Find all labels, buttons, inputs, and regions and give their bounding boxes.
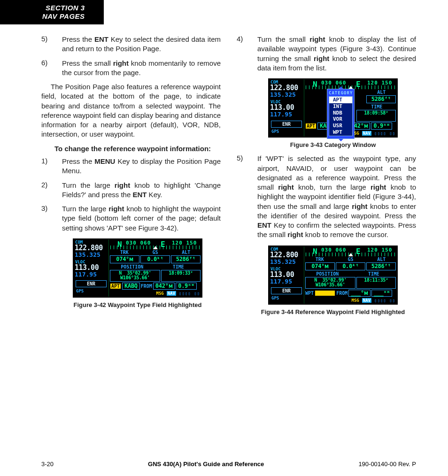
foot-bar: MSG NAV ▯▯▯▯ ▯▯ bbox=[304, 298, 397, 304]
com-active: 122.800 bbox=[74, 245, 108, 252]
label-time: TIME bbox=[356, 104, 397, 110]
compass-tape: N 030 060 E 120 150 bbox=[304, 246, 397, 257]
left-column: 5)Press the ENT Key to select the desire… bbox=[41, 35, 221, 321]
label-gs: GS bbox=[140, 250, 171, 255]
wpt-ident-field-highlighted[interactable]: _____ bbox=[315, 290, 335, 296]
position-lon: W106°35.66' bbox=[111, 276, 159, 281]
alt-value: 5286ᶠᵗ bbox=[366, 95, 396, 103]
msg-annunciator: MSG bbox=[156, 291, 164, 296]
vloc-active: 113.00 bbox=[269, 271, 304, 278]
category-option[interactable]: APT bbox=[329, 97, 352, 103]
category-popup[interactable]: CATEGORY APTINTNDBVORUSRWPT bbox=[327, 89, 355, 139]
wpt-distance: 0.9ⁿᵐ bbox=[176, 283, 197, 290]
step-item: 4)Turn the small right knob to display t… bbox=[237, 35, 416, 73]
gps-indicator: GPS bbox=[269, 129, 304, 134]
com-active: 122.800 bbox=[269, 252, 304, 259]
gps-screen-43: COM 122.800 135.325 VLOC 113.00 117.95 E… bbox=[268, 78, 398, 138]
gs-value: 0.0ᵏᵗ bbox=[336, 262, 365, 270]
category-option[interactable]: VOR bbox=[329, 116, 352, 123]
section-number: SECTION 3 bbox=[42, 4, 85, 12]
com-active: 122.800 bbox=[269, 84, 304, 92]
wpt-type-field-highlighted[interactable]: APT bbox=[110, 283, 121, 289]
position-value: N 35°02.99' W106°35.66' bbox=[305, 277, 355, 289]
nav-annunciator: NAV bbox=[362, 298, 371, 303]
gps-screen-44: COM 122.800 135.325 VLOC 113.00 117.95 E… bbox=[268, 246, 398, 305]
alt-value: 5286ᶠᵗ bbox=[366, 262, 396, 270]
category-list[interactable]: APTINTNDBVORUSRWPT bbox=[329, 96, 353, 136]
figure-3-44: COM 122.800 135.325 VLOC 113.00 117.95 E… bbox=[250, 246, 416, 315]
label-position: POSITION bbox=[304, 271, 351, 277]
step-text: Press the ENT Key to select the desired … bbox=[62, 35, 221, 54]
body-columns: 5)Press the ENT Key to select the desire… bbox=[0, 24, 448, 340]
label-time: TIME bbox=[351, 271, 397, 277]
trk-value: 074°ᴍ bbox=[110, 255, 139, 263]
category-option[interactable]: WPT bbox=[329, 129, 352, 136]
right-column: 4)Turn the small right knob to display t… bbox=[237, 35, 416, 321]
vloc-standby: 117.95 bbox=[269, 111, 304, 118]
from-label: FROM bbox=[141, 284, 152, 289]
page-group-indicator: ▯▯▯▯ ▯▯ bbox=[179, 291, 200, 296]
page-group-indicator: ▯▯▯▯ ▯▯ bbox=[374, 131, 395, 136]
wpt-ident: KABQ bbox=[122, 283, 140, 290]
wpt-distance: ___ⁿᵐ bbox=[371, 290, 393, 297]
reference-row: APT KABQ FROM 042°ᴍ 0.9ⁿᵐ bbox=[109, 283, 201, 291]
gps-screen-42: COM 122.800 135.325 VLOC 113.00 117.95 E… bbox=[73, 238, 202, 298]
label-row: TRK GS ALT bbox=[304, 257, 397, 262]
label-row-2: POSITION TIME bbox=[304, 271, 397, 277]
vloc-standby: 117.95 bbox=[269, 278, 304, 285]
step-number: 5) bbox=[41, 35, 50, 54]
label-row-2: POSITION TIME bbox=[109, 264, 201, 270]
step-text: Turn the large right knob to highlight '… bbox=[62, 181, 221, 200]
time-value: 18:11:35ᶻ bbox=[356, 277, 396, 289]
position-lon: W106°35.66' bbox=[307, 283, 354, 288]
step-item: 3)Turn the large right knob to highlight… bbox=[41, 204, 221, 233]
section-title: NAV PAGES bbox=[42, 12, 85, 21]
label-trk: TRK bbox=[304, 257, 335, 262]
wpt-distance: 0.9ⁿᵐ bbox=[371, 123, 392, 130]
trk-value: 074°ᴍ bbox=[305, 262, 335, 270]
step-number: 3) bbox=[41, 204, 50, 233]
from-label: FROM bbox=[336, 291, 348, 296]
gs-value: 0.0ᵏᵗ bbox=[140, 255, 170, 263]
label-gs: GS bbox=[335, 257, 366, 262]
step-text: If 'WPT' is selected as the waypoint typ… bbox=[257, 154, 416, 239]
step-number: 1) bbox=[41, 157, 50, 176]
category-option[interactable]: NDB bbox=[329, 110, 352, 116]
wpt-type-field: WPT bbox=[305, 291, 314, 296]
wpt-bearing: ___°ᴍ bbox=[348, 290, 370, 297]
foot-bar: MSG NAV ▯▯▯▯ ▯▯ bbox=[109, 291, 201, 297]
step-number: 4) bbox=[237, 35, 245, 73]
label-trk: TRK bbox=[109, 250, 140, 255]
step-item: 5)Press the ENT Key to select the desire… bbox=[41, 35, 221, 54]
manual-title: GNS 430(A) Pilot's Guide and Reference bbox=[148, 461, 264, 468]
label-time: TIME bbox=[155, 264, 202, 270]
data-row-1: 074°ᴍ 0.0ᵏᵗ 5286ᶠᵗ bbox=[304, 262, 397, 271]
section-header: SECTION 3 NAV PAGES bbox=[0, 0, 104, 24]
alt-value: 5286ᶠᵗ bbox=[171, 255, 201, 263]
com-standby: 135.325 bbox=[269, 92, 304, 98]
category-option[interactable]: INT bbox=[329, 103, 352, 110]
doc-revision: 190-00140-00 Rev. P bbox=[358, 461, 416, 468]
enr-indicator: ENR bbox=[76, 280, 107, 287]
step-item: 1)Press the MENU Key to display the Posi… bbox=[41, 157, 221, 176]
step-number: 6) bbox=[41, 59, 50, 78]
label-alt: ALT bbox=[366, 257, 397, 262]
page-group-indicator: ▯▯▯▯ ▯▯ bbox=[374, 298, 395, 303]
wpt-bearing: 042°ᴍ bbox=[153, 283, 175, 290]
compass-tape: N 030 060 E 120 150 bbox=[109, 239, 201, 250]
nav-annunciator: NAV bbox=[167, 291, 176, 296]
data-row-1: 074°ᴍ 0.0ᵏᵗ 5286ᶠᵗ bbox=[109, 255, 201, 264]
msg-annunciator: MSG bbox=[352, 298, 359, 303]
position-value: N 35°02.99' W106°35.66' bbox=[110, 270, 160, 282]
time-value: 18:09:58ᶻ bbox=[356, 110, 396, 122]
figure-3-44-caption: Figure 3-44 Reference Waypoint Field Hig… bbox=[250, 308, 416, 315]
data-row-2: N 35°02.99' W106°35.66' 18:11:35ᶻ bbox=[304, 277, 397, 290]
category-option[interactable]: USR bbox=[329, 123, 352, 129]
com-standby: 135.325 bbox=[74, 252, 108, 258]
vloc-active: 113.00 bbox=[74, 264, 108, 271]
step-text: Press the MENU Key to display the Positi… bbox=[62, 157, 221, 176]
figure-3-43: COM 122.800 135.325 VLOC 113.00 117.95 E… bbox=[250, 78, 416, 148]
wpt-type-field[interactable]: APT bbox=[305, 123, 317, 129]
page-number: 3-20 bbox=[41, 461, 54, 468]
enr-indicator: ENR bbox=[271, 287, 302, 294]
